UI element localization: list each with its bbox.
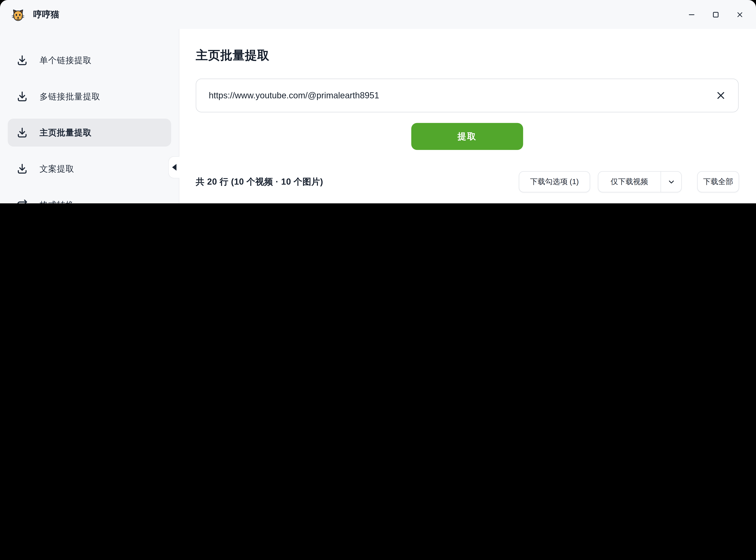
url-input[interactable]: [208, 90, 715, 101]
titlebar: 哼哼猫: [0, 0, 756, 29]
results-summary: 共 20 行 (10 个视频 · 10 个图片): [196, 176, 323, 187]
download-icon: [17, 127, 28, 138]
app-logo-cat-icon: [12, 8, 24, 21]
download-icon: [17, 163, 28, 175]
url-input-container: [196, 79, 739, 112]
sidebar: 单个链接提取 多链接批量提取 主页批量提取 文案提取 格式转换: [0, 29, 179, 203]
minimize-button[interactable]: [687, 9, 696, 19]
sidebar-item-label: 单个链接提取: [40, 55, 92, 66]
chevron-down-icon[interactable]: [661, 178, 681, 186]
sidebar-item-format-convert[interactable]: 格式转换: [8, 191, 171, 203]
chevron-left-icon: [172, 164, 176, 171]
maximize-button[interactable]: [711, 9, 720, 19]
sidebar-item-multi-link[interactable]: 多链接批量提取: [8, 82, 171, 111]
extract-button[interactable]: 提取: [411, 123, 523, 150]
clear-input-icon[interactable]: [715, 89, 727, 101]
close-button[interactable]: [735, 9, 744, 19]
sidebar-collapse-handle[interactable]: [168, 156, 179, 179]
app-window: 哼哼猫 单个链接提取 多链接批量提取 主页批量提取: [0, 0, 756, 203]
main-content: 主页批量提取 提取 共 20 行 (10 个视频 · 10 个图片) 下载勾选项…: [179, 29, 756, 203]
download-icon: [17, 55, 28, 66]
sidebar-item-label: 多链接批量提取: [40, 91, 100, 102]
download-selected-button[interactable]: 下载勾选项 (1): [519, 171, 590, 192]
sidebar-item-label: 文案提取: [40, 163, 74, 175]
video-only-split-button[interactable]: 仅下载视频: [598, 171, 682, 192]
video-only-label: 仅下载视频: [598, 177, 660, 187]
sidebar-item-single-link[interactable]: 单个链接提取: [8, 46, 171, 74]
repeat-icon: [17, 199, 28, 203]
download-all-button[interactable]: 下载全部: [697, 171, 739, 192]
sidebar-item-label: 主页批量提取: [40, 127, 92, 138]
download-icon: [17, 91, 28, 102]
sidebar-item-homepage-batch[interactable]: 主页批量提取: [8, 119, 171, 147]
page-title: 主页批量提取: [196, 47, 270, 63]
sidebar-item-label: 格式转换: [40, 199, 74, 203]
app-title: 哼哼猫: [33, 9, 59, 20]
sidebar-item-copy-extract[interactable]: 文案提取: [8, 155, 171, 183]
